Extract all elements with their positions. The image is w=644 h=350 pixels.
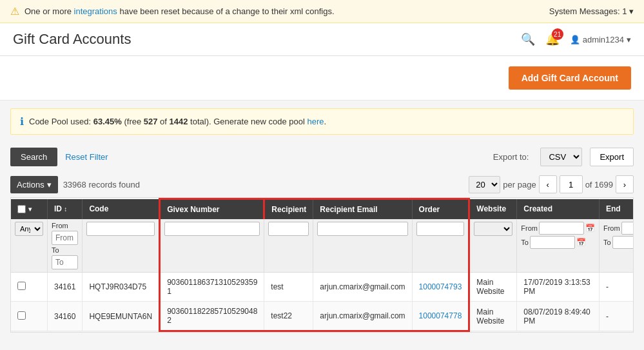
th-recipient-email: Recipient Email	[313, 199, 412, 220]
end-to-input[interactable]	[612, 236, 634, 249]
recipient-email-filter-input[interactable]	[317, 222, 407, 236]
add-button-area: Add Gift Card Account	[0, 56, 644, 101]
row2-id: 34160	[48, 302, 83, 331]
notification-badge: 21	[552, 28, 563, 40]
filter-order-cell	[412, 219, 469, 273]
export-button[interactable]: Export	[590, 148, 634, 166]
pagination: 20 per page ‹ of 1699 ›	[469, 175, 634, 193]
add-gift-card-button[interactable]: Add Gift Card Account	[509, 66, 631, 90]
user-menu-button[interactable]: 👤 admin1234 ▾	[570, 35, 631, 44]
th-code: Code	[83, 199, 160, 220]
header-actions: 🔍 🔔 21 👤 admin1234 ▾	[521, 32, 631, 46]
row1-code: HQTJ9R034D75	[83, 273, 160, 302]
select-all-checkbox[interactable]	[17, 205, 26, 213]
code-filter-input[interactable]	[86, 222, 155, 236]
th-created: Created	[517, 199, 600, 220]
website-filter-select[interactable]	[474, 222, 512, 236]
row1-order-link[interactable]: 1000074793	[419, 282, 462, 291]
givex-filter-input[interactable]	[164, 222, 260, 236]
filter-website-cell	[469, 219, 517, 273]
system-messages-dropdown[interactable]: ▾	[629, 6, 634, 16]
filter-code-cell	[83, 219, 160, 273]
notification-bell-button[interactable]: 🔔 21	[545, 32, 560, 46]
filter-bar: Search Reset Filter Export to: CSV Expor…	[0, 142, 644, 171]
recipient-filter-input[interactable]	[268, 222, 309, 236]
actions-button[interactable]: Actions ▾	[10, 176, 58, 193]
export-format-select[interactable]: CSV	[540, 148, 582, 166]
filter-givex-cell	[160, 219, 264, 273]
created-to-calendar-icon[interactable]: 📅	[576, 238, 586, 247]
search-icon-button[interactable]: 🔍	[521, 32, 535, 46]
current-page-input[interactable]	[560, 175, 583, 193]
row2-givex-number: 903601182285710529048​2	[160, 302, 264, 331]
info-icon: ℹ	[20, 115, 24, 128]
order-filter-input[interactable]	[416, 222, 465, 236]
end-from-input[interactable]	[621, 222, 634, 235]
id-from-input[interactable]	[52, 231, 78, 245]
created-from-input[interactable]	[539, 222, 584, 235]
row1-website: Main Website	[469, 273, 517, 302]
row2-checkbox-cell	[11, 302, 48, 331]
row2-recipient: test22	[264, 302, 313, 331]
th-recipient: Recipient	[264, 199, 313, 220]
row1-recipient: test	[264, 273, 313, 302]
filter-checkbox-cell: Any	[11, 219, 48, 273]
integrations-link[interactable]: integrations	[74, 6, 117, 16]
table-row: 34161 HQTJ9R034D75 903601186371310529359…	[11, 273, 634, 302]
username: admin1234	[583, 35, 624, 44]
generate-code-pool-link[interactable]: here	[307, 117, 324, 126]
row1-id: 34161	[48, 273, 83, 302]
filter-recipient-cell	[264, 219, 313, 273]
th-givex-number: Givex Number	[160, 199, 264, 220]
checkbox-dropdown-icon[interactable]: ▾	[28, 206, 32, 213]
system-messages: System Messages: 1	[549, 6, 627, 16]
row1-end: -	[599, 273, 634, 302]
records-count: 33968 records found	[63, 180, 140, 190]
row1-checkbox[interactable]	[17, 282, 26, 290]
filter-created-cell: From 📅 To 📅	[517, 219, 600, 273]
filter-recipient-email-cell	[313, 219, 412, 273]
prev-page-button[interactable]: ‹	[539, 175, 557, 193]
next-page-button[interactable]: ›	[616, 175, 634, 193]
filter-end-cell: From 📅 To 📅	[599, 219, 634, 273]
id-to-input[interactable]	[52, 255, 78, 269]
filter-row: Any From To	[11, 219, 634, 273]
row1-created: 17/07/2019 3:13:53 PM	[517, 273, 600, 302]
export-label: Export to:	[493, 152, 529, 162]
row1-givex-number: 903601186371310529359​1	[160, 273, 264, 302]
created-to-input[interactable]	[530, 236, 575, 249]
table-header-row: ▾ ID ↕ Code Givex Number Recipient Recip…	[11, 199, 634, 220]
row2-recipient-email: arjun.cmarix@gmail.com	[313, 302, 412, 331]
warning-icon: ⚠	[10, 5, 19, 17]
table-row: 34160 HQE9EMUNTA6N 903601182285710529048…	[11, 302, 634, 331]
info-bar: ℹ Code Pool used: 63.45% (free 527 of 14…	[10, 108, 634, 135]
data-table-wrapper: ▾ ID ↕ Code Givex Number Recipient Recip…	[10, 197, 634, 333]
per-page-label: per page	[503, 180, 536, 190]
row2-checkbox[interactable]	[17, 311, 26, 320]
filter-id-cell: From To	[48, 219, 83, 273]
row2-end: -	[599, 302, 634, 331]
th-website: Website	[469, 199, 517, 220]
total-pages: of 1699	[585, 180, 613, 190]
th-order: Order	[412, 199, 469, 220]
row2-code: HQE9EMUNTA6N	[83, 302, 160, 331]
row1-recipient-email: arjun.cmarix@gmail.com	[313, 273, 412, 302]
notification-bar: ⚠ One or more integrations have been res…	[0, 0, 644, 23]
th-id: ID ↕	[48, 199, 83, 220]
th-end: End	[599, 199, 634, 220]
row2-created: 08/07/2019 8:49:40 PM	[517, 302, 600, 331]
search-button[interactable]: Search	[10, 148, 57, 166]
th-checkbox: ▾	[11, 199, 48, 220]
notification-text: One or more integrations have been reset…	[24, 6, 335, 16]
row2-order-link[interactable]: 1000074778	[419, 311, 462, 320]
actions-bar: Actions ▾ 33968 records found 20 per pag…	[0, 171, 644, 197]
per-page-select[interactable]: 20	[469, 176, 500, 193]
reset-filter-button[interactable]: Reset Filter	[65, 152, 108, 162]
row2-order: 1000074778	[412, 302, 469, 331]
page-title: Gift Card Accounts	[13, 31, 131, 48]
info-text: Code Pool used: 63.45% (free 527 of 1442…	[29, 117, 326, 126]
row1-checkbox-cell	[11, 273, 48, 302]
id-filter-any-select[interactable]: Any	[15, 222, 43, 236]
row2-website: Main Website	[469, 302, 517, 331]
created-from-calendar-icon[interactable]: 📅	[585, 224, 595, 233]
